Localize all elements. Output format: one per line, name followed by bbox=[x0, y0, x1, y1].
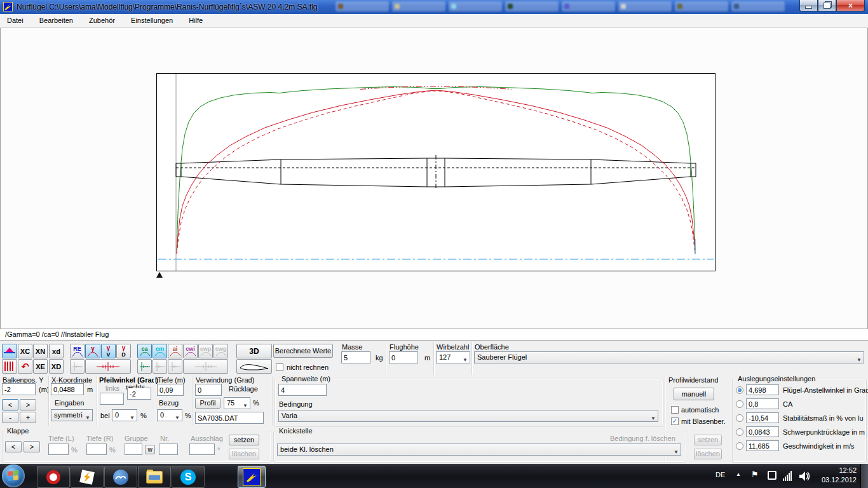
pfeilwinkel-rechts-input[interactable] bbox=[127, 388, 151, 400]
xn-button[interactable]: XN bbox=[33, 344, 48, 358]
balken-plus-button[interactable]: + bbox=[20, 412, 36, 423]
gruppe-w-button[interactable]: w bbox=[145, 445, 155, 454]
anstellwinkel-radio[interactable] bbox=[736, 386, 743, 394]
start-button[interactable] bbox=[2, 464, 25, 487]
stabilitaet-radio[interactable] bbox=[736, 414, 743, 422]
profil-file-input[interactable] bbox=[195, 412, 264, 424]
berechnete-werte-button[interactable]: Berechnete Werte bbox=[273, 344, 333, 358]
geschwindigkeit-radio[interactable] bbox=[736, 442, 743, 450]
schwerpunkt-radio[interactable] bbox=[736, 428, 743, 436]
app-icon[interactable] bbox=[3, 2, 13, 11]
menu-einstellungen[interactable]: Einstellungen bbox=[124, 14, 180, 27]
xd-button[interactable]: xd bbox=[49, 344, 64, 358]
tiefe-l-input[interactable] bbox=[48, 444, 69, 455]
ausschlag-input[interactable] bbox=[189, 444, 215, 455]
bedingung-combo[interactable]: Varia▼ bbox=[278, 410, 658, 422]
pfeilwinkel-links-input[interactable] bbox=[100, 393, 124, 405]
tiefe-r-input[interactable] bbox=[86, 444, 107, 455]
action-center-icon[interactable] bbox=[768, 471, 776, 480]
close-button[interactable]: × bbox=[836, 0, 865, 11]
status-text: /Gamma=0 /ca=0 //Instabiler Flug bbox=[5, 330, 109, 338]
tiefe-input[interactable] bbox=[157, 384, 184, 396]
eingaben-mode-combo[interactable]: symmetri▼ bbox=[51, 409, 93, 421]
menu-hilfe[interactable]: Hilfe bbox=[182, 14, 210, 27]
restore-button[interactable] bbox=[818, 0, 836, 11]
taskbar-skype-button[interactable]: S bbox=[172, 466, 205, 488]
ca-input[interactable] bbox=[746, 398, 779, 409]
spannweite-input[interactable] bbox=[278, 384, 327, 396]
axis-icon bbox=[170, 362, 181, 372]
xe-button[interactable]: XE bbox=[33, 359, 48, 374]
xc-button[interactable]: XC bbox=[18, 344, 32, 358]
rib-stripes-button[interactable] bbox=[2, 359, 17, 374]
gruppe-input[interactable] bbox=[125, 444, 142, 455]
axis-red-button[interactable] bbox=[85, 359, 131, 374]
xd2-button[interactable]: XD bbox=[49, 359, 64, 374]
automatisch-checkbox[interactable] bbox=[671, 406, 679, 414]
masse-input[interactable] bbox=[341, 351, 370, 363]
balken-minus-button[interactable]: - bbox=[2, 412, 18, 423]
view-3d-button[interactable]: 3D bbox=[236, 344, 272, 358]
network-signal-icon[interactable] bbox=[783, 471, 792, 481]
taskbar-openoffice-button[interactable] bbox=[104, 466, 137, 488]
taskbar-opera-button[interactable] bbox=[37, 466, 70, 488]
bezug-combo[interactable]: 0▼ bbox=[157, 409, 182, 421]
ca-plot-button[interactable]: ca bbox=[137, 344, 152, 358]
re-plot-button[interactable]: RE bbox=[70, 344, 85, 358]
klappe-next-button[interactable]: > bbox=[24, 441, 40, 452]
oberflaeche-combo[interactable]: Sauberer Flügel▼ bbox=[474, 351, 864, 363]
menu-zubehoer[interactable]: Zubehör bbox=[82, 14, 122, 27]
ai-plot-button[interactable]: ai bbox=[168, 344, 182, 358]
volume-icon[interactable] bbox=[799, 471, 811, 482]
blasenber-checkbox[interactable]: ✓ bbox=[671, 417, 679, 425]
nicht-rechnen-label: nicht rechnen bbox=[287, 363, 329, 371]
airfoil-button[interactable] bbox=[236, 359, 272, 374]
menu-datei[interactable]: Datei bbox=[0, 14, 31, 27]
flughoehe-input[interactable] bbox=[389, 351, 418, 363]
stabilitaet-input[interactable] bbox=[746, 412, 779, 423]
minimize-button[interactable] bbox=[799, 0, 818, 11]
menu-bearbeiten[interactable]: Bearbeiten bbox=[32, 14, 80, 27]
klappe-setzen-button[interactable]: setzen bbox=[229, 435, 259, 445]
axis-green-button[interactable] bbox=[137, 359, 152, 374]
tiefe-l-label: Tiefe (L) bbox=[48, 435, 74, 442]
geschwindigkeit-input[interactable] bbox=[746, 440, 779, 451]
chevron-down-icon: ▼ bbox=[130, 412, 135, 421]
wirbelzahl-combo[interactable]: 127▼ bbox=[436, 351, 470, 363]
taskbar-explorer-button[interactable] bbox=[138, 466, 171, 488]
schwerpunkt-input[interactable] bbox=[746, 426, 779, 437]
language-indicator[interactable]: DE bbox=[715, 471, 725, 478]
drawing-canvas[interactable] bbox=[0, 28, 868, 329]
show-desktop-button[interactable] bbox=[860, 464, 868, 488]
taskbar-nurfluegel-button[interactable] bbox=[238, 466, 266, 488]
wing-view-button[interactable] bbox=[2, 344, 17, 358]
gamma-plot-button[interactable]: γ bbox=[85, 344, 100, 358]
ca-radio[interactable] bbox=[736, 400, 743, 408]
balkenpos-input[interactable] bbox=[2, 383, 36, 395]
xkoordinate-input[interactable] bbox=[51, 383, 84, 395]
cm-plot-button[interactable]: cm bbox=[153, 344, 167, 358]
taskbar-winamp-button[interactable] bbox=[71, 466, 104, 488]
manuell-button[interactable]: manuell bbox=[674, 388, 714, 400]
nicht-rechnen-checkbox[interactable] bbox=[276, 363, 283, 371]
balken-prev-button[interactable]: < bbox=[2, 399, 18, 410]
gamma-v-button[interactable]: γ V bbox=[101, 344, 116, 358]
undo-button[interactable]: ↶ bbox=[18, 359, 32, 374]
nr-input[interactable] bbox=[159, 444, 178, 455]
taskbar-clock[interactable]: 12:52 03.12.2012 bbox=[822, 466, 857, 485]
profil-button[interactable]: Profil bbox=[195, 398, 220, 409]
balken-next-button[interactable]: > bbox=[20, 399, 36, 410]
title-bar[interactable]: Nurflügel C:\Users\ama\Modellflug\Progra… bbox=[0, 0, 868, 14]
background-tab-ghost bbox=[562, 1, 615, 11]
anstellwinkel-input[interactable] bbox=[746, 384, 779, 395]
flag-icon[interactable]: ⚑ bbox=[751, 470, 759, 479]
verwindung-input[interactable] bbox=[195, 384, 222, 396]
knickstelle-combo[interactable]: beide Kl. löschen▼ bbox=[277, 444, 681, 456]
gamma-d-button[interactable]: γ D bbox=[116, 344, 131, 358]
bei-combo[interactable]: 0▼ bbox=[112, 409, 137, 421]
tray-expand-icon[interactable]: ▲ bbox=[736, 471, 741, 477]
klappe-prev-button[interactable]: < bbox=[5, 441, 22, 452]
ruecklage-combo[interactable]: 75▼ bbox=[224, 397, 250, 409]
restore-icon bbox=[824, 3, 831, 9]
cwi-plot-button[interactable]: cwi bbox=[183, 344, 198, 358]
